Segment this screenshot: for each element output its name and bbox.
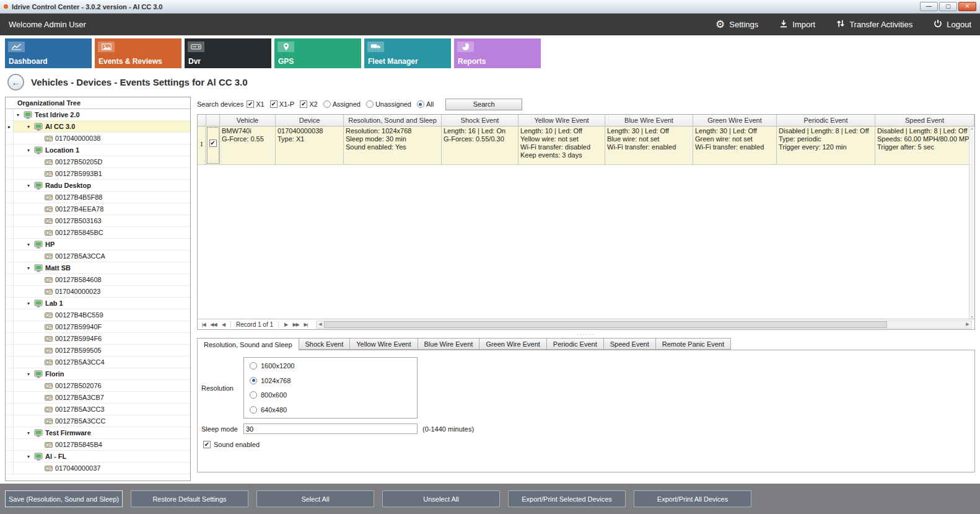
splitter-handle[interactable] xyxy=(197,331,975,337)
topbar-action-transfer-activities[interactable]: Transfer Activities xyxy=(836,19,912,30)
tree-row-00127b584608[interactable]: 00127B584608 xyxy=(6,274,190,286)
tree-row-test-firmware[interactable]: ▾Test Firmware xyxy=(6,427,190,439)
tree-row-test-idrive-2-0[interactable]: ▾Test Idrive 2.0 xyxy=(6,109,190,121)
scroll-left-icon[interactable]: ◀ xyxy=(317,321,324,328)
topbar-action-import[interactable]: Import xyxy=(779,19,815,30)
tree-row-00127b59940f[interactable]: 00127B59940F xyxy=(6,321,190,333)
tree-row-00127b502076[interactable]: 00127B502076 xyxy=(6,380,190,392)
expander-icon[interactable]: ▾ xyxy=(25,242,32,247)
radio-1024x768[interactable] xyxy=(250,377,257,384)
footer-button-restore-default-settings[interactable]: Restore Default Settings xyxy=(131,490,248,507)
column-header-vehicle[interactable]: Vehicle xyxy=(220,115,276,126)
radio-1600x1200[interactable] xyxy=(250,362,257,370)
tree-row-017040000038[interactable]: 017040000038 xyxy=(6,133,190,144)
search-button[interactable]: Search xyxy=(445,99,522,110)
column-header-periodic-event[interactable]: Periodic Event xyxy=(777,115,875,126)
nav-tile-reports[interactable]: Reports xyxy=(454,38,541,68)
tree-row-00127b5a3cc3[interactable]: 00127B5A3CC3 xyxy=(6,404,190,415)
expander-icon[interactable]: ▾ xyxy=(25,124,32,130)
device-row[interactable]: IBMW740iG-Force: 0.55017040000038Type: X… xyxy=(198,126,974,165)
nav-tile-fleet-manager[interactable]: Fleet Manager xyxy=(364,38,451,68)
tree-row-00127b5845b4[interactable]: 00127B5845B4 xyxy=(6,439,190,451)
tree-row-lab-1[interactable]: ▾Lab 1 xyxy=(6,298,190,309)
tab-remote-panic-event[interactable]: Remote Panic Event xyxy=(656,338,731,350)
sleep-mode-input[interactable] xyxy=(243,423,418,434)
window-titlebar[interactable]: Idrive Control Center - 3.0.2 version - … xyxy=(0,0,980,14)
tab-yellow-wire-event[interactable]: Yellow Wire Event xyxy=(350,338,418,350)
tree-row-00127b4bc559[interactable]: 00127B4BC559 xyxy=(6,309,190,321)
topbar-action-settings[interactable]: ⚙Settings xyxy=(715,19,758,30)
minimize-button[interactable]: — xyxy=(920,2,938,11)
tree-row-al-fl[interactable]: ▾Al - FL xyxy=(6,451,190,463)
nav-next-button[interactable]: ▶▶ xyxy=(291,320,300,329)
column-header-blue-wire-event[interactable]: Blue Wire Event xyxy=(605,115,693,126)
tree-row-florin[interactable]: ▾Florin xyxy=(6,368,190,380)
tree-row-00127b503163[interactable]: 00127B503163 xyxy=(6,215,190,227)
checkbox-x1[interactable] xyxy=(247,100,254,108)
column-header-green-wire-event[interactable]: Green Wire Event xyxy=(693,115,777,126)
grid-vertical-scrollbar[interactable] xyxy=(969,126,974,319)
nav-tile-gps[interactable]: GPS xyxy=(274,38,361,68)
expander-icon[interactable]: ▾ xyxy=(25,301,32,306)
footer-button-select-all[interactable]: Select All xyxy=(256,490,374,507)
tree-row-radu-desktop[interactable]: ▾Radu Desktop xyxy=(6,180,190,192)
tree-row-matt-sb[interactable]: ▾Matt SB xyxy=(6,262,190,274)
tab-green-wire-event[interactable]: Green Wire Event xyxy=(479,338,546,350)
tree-row-017040000037[interactable]: 017040000037 xyxy=(6,463,190,474)
radio-all[interactable] xyxy=(417,100,424,108)
expander-icon[interactable]: ▾ xyxy=(15,112,21,118)
tab-shock-event[interactable]: Shock Event xyxy=(299,338,351,350)
topbar-action-logout[interactable]: Logout xyxy=(934,19,971,30)
tree-row-00127b5994f6[interactable]: 00127B5994F6 xyxy=(6,333,190,345)
tree-row-00127b5a3cc4[interactable]: 00127B5A3CC4 xyxy=(6,357,190,368)
radio-unassigned[interactable] xyxy=(366,100,374,108)
expander-icon[interactable]: ▾ xyxy=(25,371,32,377)
nav-next-button[interactable]: ▶ xyxy=(281,320,291,329)
maximize-button[interactable]: ▢ xyxy=(939,2,957,11)
column-header-device[interactable]: Device xyxy=(276,115,344,126)
nav-tile-events-reviews[interactable]: Events & Reviews xyxy=(95,38,182,68)
footer-button-export-print-selected-devices[interactable]: Export/Print Selected Devices xyxy=(508,490,626,507)
nav-prev-button[interactable]: ◀◀ xyxy=(209,320,218,329)
tree-row-017040000023[interactable]: 017040000023 xyxy=(6,286,190,298)
radio-800x600[interactable] xyxy=(250,391,257,399)
expander-icon[interactable]: ▾ xyxy=(25,454,32,459)
tab-blue-wire-event[interactable]: Blue Wire Event xyxy=(418,338,480,350)
resolution-option-800x600[interactable]: 800x600 xyxy=(250,391,411,399)
tab-periodic-event[interactable]: Periodic Event xyxy=(547,338,604,350)
column-header-yellow-wire-event[interactable]: Yellow Wire Event xyxy=(518,115,605,126)
scroll-right-icon[interactable]: ▶ xyxy=(964,321,971,328)
resolution-option-1024x768[interactable]: 1024x768 xyxy=(250,377,411,384)
nav-tile-dashboard[interactable]: Dashboard xyxy=(5,38,92,68)
tree-row-00127b5a3ccc[interactable]: 00127B5A3CCC xyxy=(6,415,190,427)
row-checkbox[interactable] xyxy=(209,140,217,147)
checkbox-x2[interactable] xyxy=(300,100,307,108)
expander-icon[interactable]: ▾ xyxy=(25,148,32,153)
column-header-speed-event[interactable]: Speed Event xyxy=(875,115,974,126)
checkbox-x1-p[interactable] xyxy=(270,100,278,108)
column-header-resolution-sound-and-sleep[interactable]: Resolution, Sound and Sleep xyxy=(344,115,442,126)
tree-row-00127b50205d[interactable]: 00127B50205D xyxy=(6,156,190,168)
footer-button-unselect-all[interactable]: Unselect All xyxy=(382,490,500,507)
nav-prev-button[interactable]: ◀ xyxy=(219,320,228,329)
tab-speed-event[interactable]: Speed Event xyxy=(604,338,656,350)
nav-next-button[interactable]: ▶| xyxy=(301,320,310,329)
expander-icon[interactable]: ▾ xyxy=(25,265,32,271)
nav-tile-dvr[interactable]: Dvr xyxy=(185,38,271,68)
scroll-thumb[interactable] xyxy=(324,321,887,328)
tree-row-al-cc-3-0[interactable]: ▸▾Al CC 3.0 xyxy=(6,121,190,133)
tree-row-hp[interactable]: ▾HP xyxy=(6,239,190,250)
tree-row-00127b5a3cca[interactable]: 00127B5A3CCA xyxy=(6,250,190,262)
resolution-option-1600x1200[interactable]: 1600x1200 xyxy=(250,362,411,370)
tree-row-00127b5845bc[interactable]: 00127B5845BC xyxy=(6,227,190,239)
tree-row-00127b4b5f88[interactable]: 00127B4B5F88 xyxy=(6,192,190,203)
tree-row-00127b599505[interactable]: 00127B599505 xyxy=(6,345,190,357)
back-button[interactable] xyxy=(7,74,24,91)
footer-button-export-print-all-devices[interactable]: Export/Print All Devices xyxy=(634,490,751,507)
tree-row-00127b5993b1[interactable]: 00127B5993B1 xyxy=(6,168,190,180)
tree-row-location-1[interactable]: ▾Location 1 xyxy=(6,144,190,156)
grid-horizontal-scrollbar[interactable]: ◀▶ xyxy=(316,321,972,329)
tab-resolution-sound-and-sleep[interactable]: Resolution, Sound and Sleep xyxy=(197,338,299,350)
resolution-option-640x480[interactable]: 640x480 xyxy=(250,406,411,414)
expander-icon[interactable]: ▾ xyxy=(25,183,32,188)
